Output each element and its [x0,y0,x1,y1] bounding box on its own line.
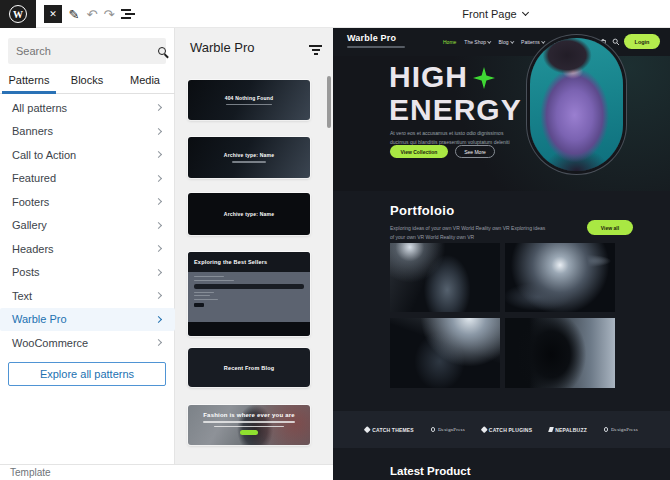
category-warble-pro[interactable]: Warble Pro [0,308,175,332]
chevron-right-icon [155,198,162,205]
wordpress-site-editor: W ✕ ✎ ↶ ↷ Front Page Patterns [0,0,670,480]
ring-icon [604,427,609,432]
breadcrumb-template[interactable]: Template [10,467,51,478]
portfolio-photo-guitarist[interactable] [390,243,500,312]
hero-buttons: View Collection See More [390,145,495,158]
explore-all-patterns-button[interactable]: Explore all patterns [8,362,166,386]
search-icon[interactable] [612,38,620,46]
close-icon: ✕ [49,9,57,19]
category-footers[interactable]: Footers [0,190,175,214]
latest-product-heading: Latest Product [390,465,471,477]
filter-icon[interactable] [309,45,322,57]
site-header: Warble Pro Home The Shop Blog Patterns C… [333,28,670,56]
wordpress-logo-button[interactable]: W [0,0,36,28]
document-title: Front Page [462,8,516,20]
inserter-sidebar: Patterns Blocks Media All patterns Banne… [0,28,175,464]
category-woocommerce[interactable]: WooCommerce [0,331,175,355]
brand-designpress-1[interactable]: DesignPress [431,427,465,432]
pencil-icon: ✎ [69,7,80,22]
chevron-down-icon [488,40,492,44]
portfolio-photo-vocalist-silhouette[interactable] [505,318,615,388]
brand-nepalbuzz[interactable]: NEPALBUZZ [549,427,587,433]
redo-icon: ↷ [104,7,115,22]
pattern-card-fashion[interactable]: Fashion is where ever you are [188,405,310,445]
list-view-icon [121,9,131,11]
chevron-right-icon [155,151,162,158]
hero-singer-image[interactable] [530,38,623,171]
brand-catch-themes[interactable]: CATCH THEMES [365,427,414,433]
close-button[interactable]: ✕ [44,5,62,23]
bolt-icon [548,427,553,432]
category-posts[interactable]: Posts [0,261,175,285]
card-subtext-bar [203,421,295,423]
portfolio-photo-drummer[interactable] [505,243,615,312]
category-call-to-action[interactable]: Call to Action [0,143,175,167]
login-button[interactable]: Login [624,34,660,49]
category-banners[interactable]: Banners [0,120,175,144]
chevron-right-icon [155,128,162,135]
pattern-card-archive-2[interactable]: Archive type: Name [188,193,310,235]
brand-catch-plugins[interactable]: CATCH PLUGINS [482,427,532,433]
category-gallery[interactable]: Gallery [0,214,175,238]
ring-icon [431,427,436,432]
nav-the-shop[interactable]: The Shop [464,39,490,45]
category-headers[interactable]: Headers [0,237,175,261]
patterns-panel-title: Warble Pro [190,40,255,55]
editor-canvas-preview[interactable]: Warble Pro Home The Shop Blog Patterns C… [333,28,670,480]
patterns-panel: Warble Pro 404 Nothing Found Archive typ… [175,28,333,464]
portfolio-heading: Portfoloio [390,203,454,218]
list-view-button[interactable] [121,9,135,20]
search-box [8,38,166,64]
undo-button[interactable]: ↶ [84,6,100,22]
pattern-card-best-sellers[interactable]: Exploring the Best Sellers [188,252,310,336]
view-all-button[interactable]: View all [587,220,633,235]
see-more-button[interactable]: See More [455,145,495,158]
editor-topbar: W ✕ ✎ ↶ ↷ Front Page [0,0,670,28]
chevron-right-icon [155,316,162,323]
patterns-scrollbar[interactable] [327,76,331,128]
tab-blocks[interactable]: Blocks [58,68,116,93]
chevron-right-icon [155,245,162,252]
card-subtext-bar [226,104,272,106]
card-subtext-bar [232,161,266,163]
pattern-category-list: All patterns Banners Call to Action Feat… [0,96,175,355]
search-input[interactable] [8,45,158,57]
chevron-right-icon [155,222,162,229]
search-icon [158,47,166,55]
portfolio-description: Exploring ideas of your own VR World Rea… [390,224,550,242]
nav-home[interactable]: Home [443,39,456,45]
undo-icon: ↶ [87,7,98,22]
nav-blog[interactable]: Blog [499,39,514,45]
redo-button[interactable]: ↷ [101,6,117,22]
chevron-right-icon [155,339,162,346]
brand-designpress-2[interactable]: DesignPress [604,427,638,432]
chevron-down-icon [510,40,514,44]
editor-footer: Template [0,464,333,480]
chevron-right-icon [155,292,162,299]
category-text[interactable]: Text [0,284,175,308]
diamond-icon [364,426,370,432]
diamond-icon [481,426,487,432]
tab-patterns[interactable]: Patterns [0,68,58,93]
chevron-down-icon [541,40,545,44]
pattern-card-archive-1[interactable]: Archive type: Name [188,137,310,178]
view-collection-button[interactable]: View Collection [390,145,448,158]
chevron-right-icon [155,269,162,276]
site-logo[interactable]: Warble Pro [347,33,396,43]
chevron-down-icon [522,9,529,16]
card-subtext-bar [214,426,284,428]
edit-mode-button[interactable]: ✎ [66,6,82,22]
portfolio-photo-guitarist-spotlight[interactable] [390,318,500,388]
category-featured[interactable]: Featured [0,167,175,191]
brand-logos-band: CATCH THEMES DesignPress CATCH PLUGINS N… [333,411,670,448]
hero-heading: HIGH ENERGY [389,60,522,126]
sparkle-icon [473,67,495,89]
card-button-pill [240,430,258,435]
nav-patterns[interactable]: Patterns [521,39,544,45]
document-title-dropdown[interactable]: Front Page [435,5,555,23]
pattern-card-recent-blog[interactable]: Recent From Blog [188,348,310,387]
tab-media[interactable]: Media [116,68,174,93]
pattern-card-404[interactable]: 404 Nothing Found [188,80,310,120]
category-all-patterns[interactable]: All patterns [0,96,175,120]
wordpress-logo-icon: W [9,5,27,23]
